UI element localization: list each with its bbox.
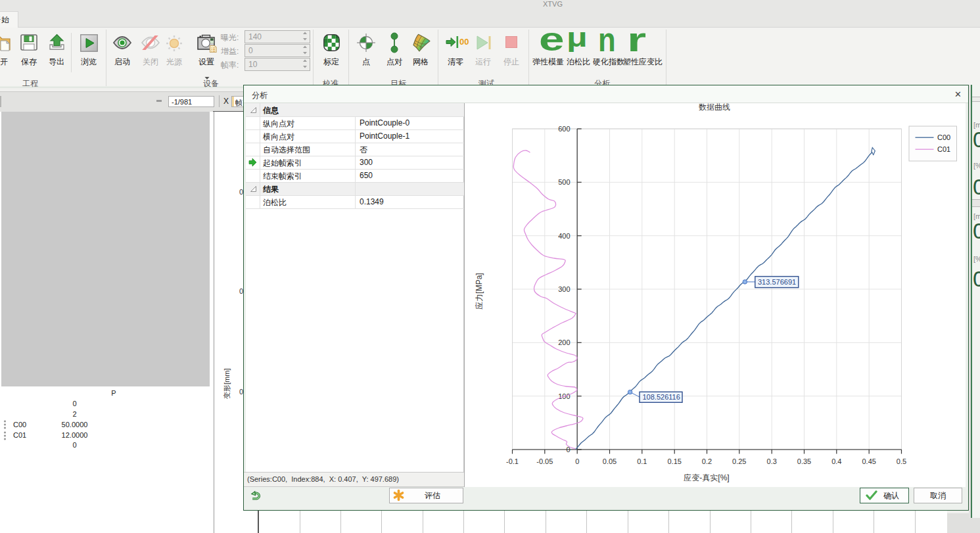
svg-text:0.1: 0.1 — [637, 457, 647, 465]
svg-text:0.05: 0.05 — [603, 457, 617, 465]
svg-text:400: 400 — [558, 232, 570, 240]
svg-text:0.4: 0.4 — [831, 457, 841, 465]
svg-text:数据曲线: 数据曲线 — [699, 103, 730, 112]
svg-text:应力[MPa]: 应力[MPa] — [475, 273, 484, 309]
svg-text:0.3: 0.3 — [767, 457, 777, 465]
svg-text:应变-真实[%]: 应变-真实[%] — [684, 473, 729, 482]
svg-text:0.25: 0.25 — [732, 457, 746, 465]
svg-text:0.45: 0.45 — [862, 457, 875, 465]
svg-text:313.576691: 313.576691 — [758, 278, 796, 286]
svg-text:0.35: 0.35 — [797, 457, 811, 465]
svg-text:200: 200 — [558, 338, 570, 346]
svg-text:C00: C00 — [937, 133, 950, 141]
svg-text:0: 0 — [575, 457, 579, 465]
svg-text:-0.05: -0.05 — [536, 457, 553, 465]
svg-text:0.5: 0.5 — [897, 457, 906, 465]
svg-text:-0.1: -0.1 — [506, 457, 519, 465]
svg-text:108.526116: 108.526116 — [643, 393, 680, 401]
svg-text:0.2: 0.2 — [702, 457, 712, 465]
svg-text:600: 600 — [558, 125, 570, 133]
svg-text:500: 500 — [558, 178, 570, 186]
svg-text:0.15: 0.15 — [667, 457, 681, 465]
svg-text:C01: C01 — [937, 145, 950, 153]
svg-text:300: 300 — [558, 285, 570, 293]
